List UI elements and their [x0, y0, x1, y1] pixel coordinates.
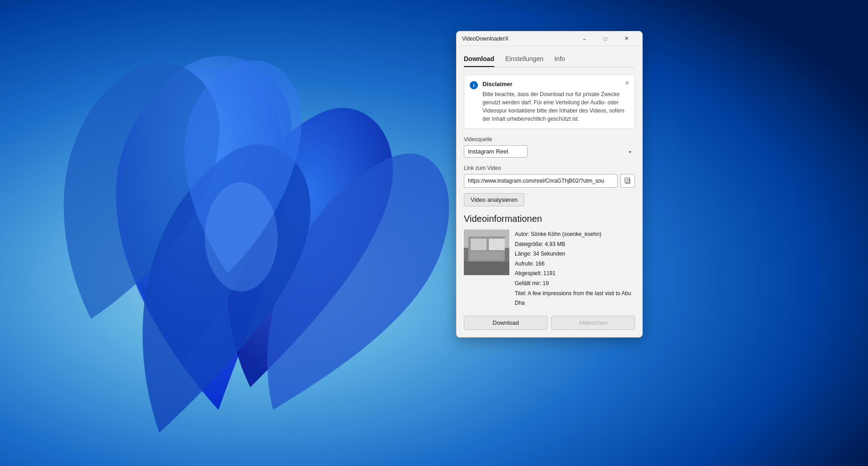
bottom-buttons: Download Abbrechen — [464, 316, 635, 330]
video-info-title: Videoinformationen — [464, 214, 635, 224]
analyze-button[interactable]: Video analysieren — [464, 193, 524, 206]
url-input[interactable] — [464, 174, 618, 188]
desktop-background — [0, 0, 868, 466]
video-duration: Länge: 34 Sekunden — [515, 249, 635, 259]
disclaimer-close-button[interactable]: × — [624, 79, 631, 87]
video-plays: Abgespielt: 1191 — [515, 269, 635, 279]
title-bar-controls: – □ ✕ — [574, 31, 637, 46]
title-bar: VideoDownloaderX – □ ✕ — [457, 31, 642, 46]
svg-point-1 — [205, 182, 278, 292]
video-likes: Gefällt mir: 19 — [515, 279, 635, 289]
disclaimer-title: Disclaimer — [482, 81, 629, 87]
url-row — [464, 174, 635, 188]
cancel-button[interactable]: Abbrechen — [551, 316, 635, 330]
svg-rect-12 — [489, 239, 505, 250]
link-label: Link zum Video — [464, 165, 635, 171]
disclaimer-box: i Disclaimer Bitte beachte, dass der Dow… — [464, 75, 635, 129]
minimize-button[interactable]: – — [574, 31, 595, 46]
maximize-button[interactable]: □ — [595, 31, 616, 46]
tab-download[interactable]: Download — [464, 53, 494, 67]
paste-button[interactable] — [620, 174, 635, 188]
tab-info[interactable]: Info — [554, 53, 565, 67]
close-window-button[interactable]: ✕ — [616, 31, 637, 46]
video-filesize: Dateigröße: 4,93 MB — [515, 240, 635, 250]
thumbnail-image — [464, 230, 509, 275]
app-window: VideoDownloaderX – □ ✕ Download Einstell… — [456, 31, 643, 338]
window-title: VideoDownloaderX — [462, 36, 574, 42]
video-info-row: Autor: Sönke Köhn (soenke_koehn) Dateigr… — [464, 230, 635, 308]
video-title: Titel: A few impressions from the last v… — [515, 289, 635, 308]
svg-rect-13 — [464, 261, 509, 275]
clipboard-icon — [624, 177, 631, 184]
info-icon: i — [470, 81, 478, 89]
video-author: Autor: Sönke Köhn (soenke_koehn) — [515, 230, 635, 240]
svg-rect-14 — [471, 252, 503, 259]
videoquelle-select[interactable]: Instagram Reel YouTube TikTok Twitter — [464, 145, 528, 158]
videoquelle-select-wrapper: Instagram Reel YouTube TikTok Twitter ▾ — [464, 145, 635, 158]
disclaimer-text: Bitte beachte, dass der Download nur für… — [482, 90, 629, 123]
tab-einstellungen[interactable]: Einstellungen — [505, 53, 543, 67]
tab-bar: Download Einstellungen Info — [464, 53, 635, 67]
video-views: Aufrufe: 166 — [515, 259, 635, 269]
chevron-down-icon: ▾ — [629, 149, 631, 154]
video-meta: Autor: Sönke Köhn (soenke_koehn) Dateigr… — [515, 230, 635, 308]
download-button[interactable]: Download — [464, 316, 548, 330]
svg-rect-11 — [471, 239, 487, 250]
video-thumbnail — [464, 230, 509, 275]
wallpaper-svg — [0, 0, 868, 466]
videoquelle-label: Videoquelle — [464, 136, 635, 143]
window-content: Download Einstellungen Info i Disclaimer… — [457, 46, 642, 337]
disclaimer-content: Disclaimer Bitte beachte, dass der Downl… — [482, 81, 629, 123]
